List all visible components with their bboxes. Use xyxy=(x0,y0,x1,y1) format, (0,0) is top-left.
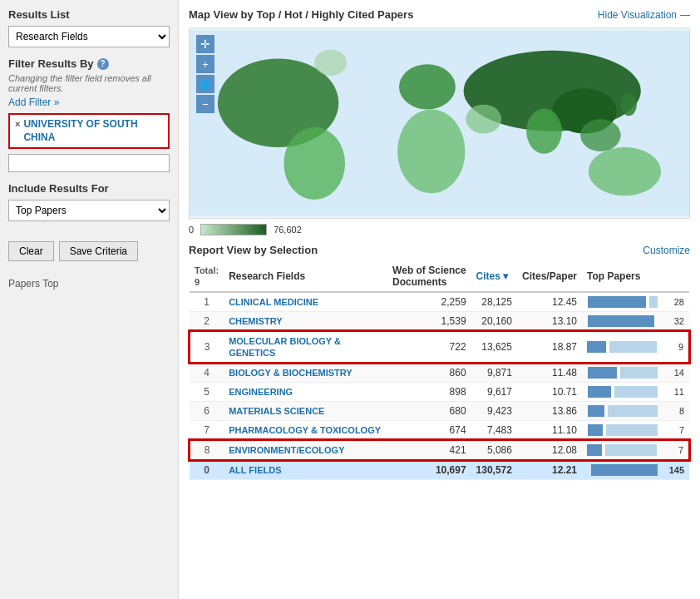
cites-paper-cell: 10.71 xyxy=(517,383,582,402)
docs-cell: 674 xyxy=(387,421,471,441)
rank-cell: 7 xyxy=(190,421,224,441)
svg-point-4 xyxy=(397,110,465,194)
total-field-link[interactable]: ALL FIELDS xyxy=(229,465,281,475)
field-link[interactable]: BIOLOGY & BIOCHEMISTRY xyxy=(229,368,352,378)
cites-paper-cell: 13.86 xyxy=(517,402,582,421)
bar-filled xyxy=(588,296,646,308)
svg-point-2 xyxy=(283,127,345,200)
cites-paper-cell: 12.45 xyxy=(517,292,582,312)
rank-cell: 1 xyxy=(190,292,224,312)
bar-empty xyxy=(608,405,658,417)
rank-cell: 3 xyxy=(190,331,224,363)
results-table: Total:9 Research Fields Web of ScienceDo… xyxy=(189,261,690,480)
filter-note: Changing the filter field removes all cu… xyxy=(8,73,170,93)
field-link[interactable]: CLINICAL MEDICINE xyxy=(229,297,318,307)
globe-icon[interactable]: 🌐 xyxy=(196,75,214,93)
total-cites-paper-cell: 12.21 xyxy=(517,460,582,480)
results-list-dropdown[interactable]: Research Fields xyxy=(8,26,170,47)
docs-cell: 680 xyxy=(387,402,471,421)
total-top-papers-cell: 145 xyxy=(582,460,689,480)
zoom-out-icon[interactable]: − xyxy=(196,95,214,113)
field-link[interactable]: ENGINEERING xyxy=(229,387,293,397)
top-papers-cell: 7 xyxy=(582,440,689,460)
cites-cell: 9,423 xyxy=(471,402,517,421)
bar-num: 8 xyxy=(661,406,684,416)
include-results-dropdown[interactable]: Top Papers xyxy=(8,200,170,221)
sidebar-buttons: Clear Save Criteria xyxy=(8,241,170,261)
cites-paper-cell: 11.10 xyxy=(517,421,582,441)
svg-point-10 xyxy=(621,93,637,116)
bar-filled xyxy=(587,341,606,353)
results-list-title: Results List xyxy=(8,8,170,21)
map-title: Map View by Top / Hot / Highly Cited Pap… xyxy=(189,8,413,21)
world-map-svg xyxy=(190,28,689,218)
bar-filled xyxy=(588,386,611,398)
zoom-in-icon[interactable]: + xyxy=(196,55,214,73)
bar-empty xyxy=(609,341,657,353)
map-legend: 0 76,602 xyxy=(189,224,690,235)
bar-num: 7 xyxy=(661,425,684,435)
rank-cell: 2 xyxy=(190,312,224,332)
filter-input[interactable] xyxy=(8,154,170,172)
bar-empty xyxy=(614,386,658,398)
legend-min: 0 xyxy=(189,225,194,235)
bar-empty xyxy=(606,424,658,436)
rank-cell: 5 xyxy=(190,383,224,402)
col-cites[interactable]: Cites ▾ xyxy=(471,261,517,292)
bar-filled xyxy=(588,315,654,327)
help-icon[interactable]: ? xyxy=(97,58,109,70)
add-filter-link[interactable]: Add Filter » xyxy=(8,97,170,108)
svg-point-3 xyxy=(399,64,456,109)
clear-button[interactable]: Clear xyxy=(8,241,54,261)
svg-point-12 xyxy=(466,105,501,134)
svg-point-11 xyxy=(314,50,347,76)
include-results-title: Include Results For xyxy=(8,182,170,195)
bar-empty xyxy=(649,296,658,308)
field-link[interactable]: ENVIRONMENT/ECOLOGY xyxy=(229,445,344,455)
customize-button[interactable]: Customize xyxy=(643,245,690,256)
docs-cell: 421 xyxy=(387,440,471,460)
pan-icon[interactable]: ✛ xyxy=(196,35,214,53)
bar-filled xyxy=(588,405,604,417)
col-wos-docs: Web of ScienceDocuments xyxy=(387,261,471,292)
bar-num: 32 xyxy=(661,316,684,326)
total-bar-num: 145 xyxy=(661,465,684,475)
cites-cell: 7,483 xyxy=(471,421,517,441)
field-link[interactable]: MOLECULAR BIOLOGY & GENETICS xyxy=(229,336,341,358)
filter-remove-icon[interactable]: × xyxy=(15,119,20,129)
save-criteria-button[interactable]: Save Criteria xyxy=(59,241,138,261)
total-docs-cell: 10,697 xyxy=(387,460,471,480)
field-link[interactable]: PHARMACOLOGY & TOXICOLOGY xyxy=(229,425,381,435)
col-cites-paper: Cites/Paper xyxy=(517,261,582,292)
rank-cell: 4 xyxy=(190,363,224,383)
top-papers-cell: 14 xyxy=(582,363,689,383)
world-map[interactable]: ✛ + 🌐 − xyxy=(189,27,690,219)
report-title: Report View by Selection xyxy=(189,244,318,256)
field-link[interactable]: MATERIALS SCIENCE xyxy=(229,406,324,416)
top-papers-cell: 28 xyxy=(582,292,689,312)
field-cell: PHARMACOLOGY & TOXICOLOGY xyxy=(224,421,387,441)
field-cell: ENVIRONMENT/ECOLOGY xyxy=(224,440,387,460)
map-header: Map View by Top / Hot / Highly Cited Pap… xyxy=(189,8,690,21)
bar-empty xyxy=(620,367,658,379)
rank-cell: 8 xyxy=(190,440,224,460)
table-row: 3 MOLECULAR BIOLOGY & GENETICS 722 13,62… xyxy=(190,331,689,363)
sidebar: Results List Research Fields Filter Resu… xyxy=(0,0,179,599)
cites-paper-cell: 11.48 xyxy=(517,363,582,383)
cites-paper-cell: 18.87 xyxy=(517,331,582,363)
cites-cell: 13,625 xyxy=(471,331,517,363)
table-row: 8 ENVIRONMENT/ECOLOGY 421 5,086 12.08 7 xyxy=(190,440,689,460)
field-cell: ENGINEERING xyxy=(224,383,387,402)
docs-cell: 2,259 xyxy=(387,292,471,312)
field-cell: MATERIALS SCIENCE xyxy=(224,402,387,421)
cites-cell: 9,617 xyxy=(471,383,517,402)
field-link[interactable]: CHEMISTRY xyxy=(229,316,282,326)
total-row: 0 ALL FIELDS 10,697 130,572 12.21 145 xyxy=(190,460,689,480)
minus-icon: — xyxy=(680,9,690,21)
table-row: 2 CHEMISTRY 1,539 20,160 13.10 32 xyxy=(190,312,689,332)
hide-visualization-button[interactable]: Hide Visualization — xyxy=(598,9,690,21)
main-content: Map View by Top / Hot / Highly Cited Pap… xyxy=(179,0,700,599)
table-header-row: Total:9 Research Fields Web of ScienceDo… xyxy=(190,261,689,292)
bar-num: 11 xyxy=(661,387,684,397)
field-cell: MOLECULAR BIOLOGY & GENETICS xyxy=(224,331,387,363)
